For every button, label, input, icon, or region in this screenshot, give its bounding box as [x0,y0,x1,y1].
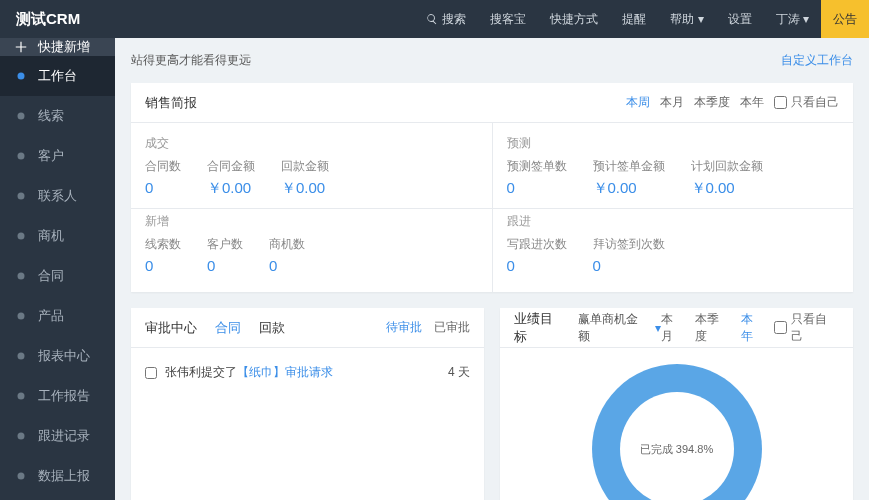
svg-point-2 [18,153,25,160]
goal-card: 业绩目标 赢单商机金额▾ 本月 本季度 本年 只看自己 已完成 394.8% [500,308,853,500]
metric-value[interactable]: 0 [593,257,665,274]
approved-tab[interactable]: 已审批 [434,319,470,336]
sidebar-item-0[interactable]: 工作台 [0,56,115,96]
svg-point-10 [18,473,25,480]
approval-row[interactable]: 张伟利提交了【纸巾】审批请求 4 天 [131,348,484,397]
metric: 预测签单数0 [507,158,567,198]
menu-icon [14,309,28,323]
approval-card: 审批中心 合同 回款 待审批 已审批 张伟利提交了【纸巾】审批请求 4 天 [131,308,484,500]
chevron-down-icon: ▾ [803,12,809,26]
sales-report-card: 销售简报 本周 本月 本季度 本年 只看自己 成交合同数0合同金额￥0.00回款… [131,83,853,292]
metric-value[interactable]: ￥0.00 [281,179,329,198]
metric-value[interactable]: 0 [207,257,243,274]
search-icon [426,13,438,25]
motto: 站得更高才能看得更远 [131,52,251,69]
menu-icon [14,469,28,483]
sidebar-item-8[interactable]: 工作报告 [0,376,115,416]
topnav-help[interactable]: 帮助 ▾ [658,0,715,38]
sidebar-quick-add[interactable]: 快捷新增 [0,38,115,56]
topnav-remind[interactable]: 提醒 [610,0,658,38]
metric-value[interactable]: ￥0.00 [691,179,763,198]
content: 站得更高才能看得更远 自定义工作台 销售简报 本周 本月 本季度 本年 只看自己… [115,38,869,500]
goal-filter-month[interactable]: 本月 [661,311,685,345]
tab-payment[interactable]: 回款 [259,319,285,337]
only-self-checkbox[interactable]: 只看自己 [774,94,839,111]
metric: 预计签单金额￥0.00 [593,158,665,198]
goal-filter-year[interactable]: 本年 [741,311,765,345]
menu-icon [14,229,28,243]
goal-filter-quarter[interactable]: 本季度 [695,311,731,345]
metric: 回款金额￥0.00 [281,158,329,198]
menu-icon [14,389,28,403]
svg-point-7 [18,353,25,360]
custom-dashboard-link[interactable]: 自定义工作台 [781,52,853,69]
metric-value[interactable]: 0 [507,179,567,196]
sidebar-item-10[interactable]: 数据上报 [0,456,115,496]
metric: 客户数0 [207,236,243,274]
section-title: 预测 [493,131,854,156]
svg-point-0 [18,73,25,80]
menu-icon [14,109,28,123]
filter-year[interactable]: 本年 [740,94,764,111]
metric-value[interactable]: 0 [507,257,567,274]
svg-point-3 [18,193,25,200]
section-title: 跟进 [493,209,854,234]
topnav-soukebao[interactable]: 搜客宝 [478,0,538,38]
menu-icon [14,349,28,363]
metric-value[interactable]: 0 [145,179,181,196]
chevron-down-icon: ▾ [698,12,704,26]
topnav-quick[interactable]: 快捷方式 [538,0,610,38]
menu-icon [14,149,28,163]
sidebar-item-4[interactable]: 商机 [0,216,115,256]
approval-days: 4 天 [448,364,470,381]
metric: 计划回款金额￥0.00 [691,158,763,198]
menu-icon [14,69,28,83]
svg-point-1 [18,113,25,120]
brand: 测试CRM [0,10,96,29]
filter-month[interactable]: 本月 [660,94,684,111]
sidebar-item-3[interactable]: 联系人 [0,176,115,216]
section-title: 成交 [131,131,492,156]
topnav-search[interactable]: 搜索 [414,0,478,38]
svg-point-9 [18,433,25,440]
sidebar-item-5[interactable]: 合同 [0,256,115,296]
topnav-announce[interactable]: 公告 [821,0,869,38]
metric-value[interactable]: ￥0.00 [593,179,665,198]
sidebar-item-1[interactable]: 线索 [0,96,115,136]
metric: 商机数0 [269,236,305,274]
menu-icon [14,269,28,283]
pending-tab[interactable]: 待审批 [386,319,422,336]
sidebar-item-7[interactable]: 报表中心 [0,336,115,376]
menu-icon [14,189,28,203]
metric: 拜访签到次数0 [593,236,665,274]
metric: 合同数0 [145,158,181,198]
sidebar: 快捷新增 工作台线索客户联系人商机合同产品报表中心工作报告跟进记录数据上报 国 [0,38,115,500]
filter-quarter[interactable]: 本季度 [694,94,730,111]
sidebar-footer: 国 [0,496,115,500]
plus-icon [14,40,28,54]
goal-title: 业绩目标 [514,310,566,346]
topbar: 测试CRM 搜索 搜客宝 快捷方式 提醒 帮助 ▾ 设置 丁涛 ▾ 公告 [0,0,869,38]
svg-point-8 [18,393,25,400]
section-title: 新增 [131,209,492,234]
metric: 写跟进次数0 [507,236,567,274]
topnav-settings[interactable]: 设置 [716,0,764,38]
metric-value[interactable]: 0 [269,257,305,274]
metric: 合同金额￥0.00 [207,158,255,198]
goal-only-self[interactable]: 只看自己 [774,311,839,345]
goal-donut-chart: 已完成 394.8% [592,364,762,500]
tab-contract[interactable]: 合同 [215,319,241,337]
sales-report-title: 销售简报 [145,94,197,112]
sidebar-item-6[interactable]: 产品 [0,296,115,336]
sidebar-item-9[interactable]: 跟进记录 [0,416,115,456]
filter-week[interactable]: 本周 [626,94,650,111]
svg-point-5 [18,273,25,280]
metric-value[interactable]: 0 [145,257,181,274]
approval-checkbox[interactable] [145,367,157,379]
sidebar-item-2[interactable]: 客户 [0,136,115,176]
goal-select[interactable]: 赢单商机金额▾ [578,311,661,345]
metric-value[interactable]: ￥0.00 [207,179,255,198]
menu-icon [14,429,28,443]
svg-point-4 [18,233,25,240]
topnav-user[interactable]: 丁涛 ▾ [764,0,821,38]
